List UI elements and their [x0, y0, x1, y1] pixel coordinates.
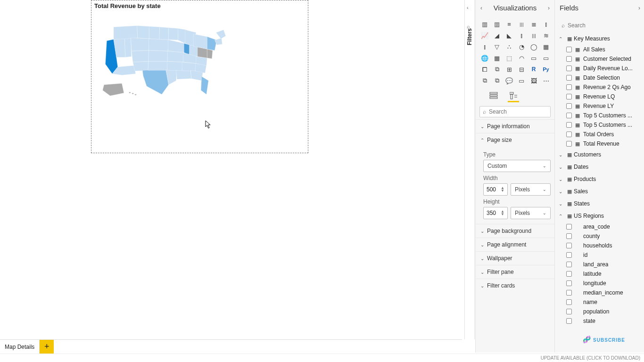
decomposition-icon[interactable]: ⧉: [492, 76, 502, 85]
viz-search[interactable]: ⌕: [479, 106, 551, 117]
field-item[interactable]: ·name: [555, 297, 644, 307]
filters-pane-collapsed[interactable]: ‹ ⌕ Filters: [464, 0, 475, 339]
field-checkbox[interactable]: [566, 66, 572, 71]
field-checkbox[interactable]: [566, 132, 572, 137]
hundred-bar-icon[interactable]: ≣: [528, 19, 539, 29]
width-stepper[interactable]: ▲▼: [501, 187, 504, 192]
wallpaper-header[interactable]: ⌄Wallpaper: [476, 252, 554, 265]
width-input[interactable]: 500 ▲▼: [483, 183, 508, 196]
field-checkbox[interactable]: [566, 309, 572, 314]
field-item[interactable]: ▦Date Selection: [555, 73, 644, 82]
waterfall-icon[interactable]: ⫿: [479, 42, 490, 51]
usa-map[interactable]: [97, 16, 229, 99]
field-checkbox[interactable]: [566, 262, 572, 267]
filled-map-icon[interactable]: ▦: [492, 53, 502, 63]
table-header-us-regions[interactable]: ⌃ ▦ US Regions: [555, 210, 644, 222]
table-header-key-measures[interactable]: ⌃ ▦ Key Measures: [555, 33, 644, 45]
field-item[interactable]: ▦Top 5 Customers ...: [555, 111, 644, 120]
multi-card-icon[interactable]: ▭: [541, 53, 551, 63]
field-checkbox[interactable]: [566, 141, 572, 147]
field-item[interactable]: ▦Top 5 Customers ...: [555, 120, 644, 130]
area-chart-icon[interactable]: ◢: [492, 31, 502, 40]
more-visuals-icon[interactable]: ⋯: [541, 76, 551, 85]
fields-search[interactable]: ⌕: [559, 20, 641, 31]
line-clustered-icon[interactable]: ⫼: [528, 31, 539, 40]
field-item[interactable]: ▦Revenue LQ: [555, 92, 644, 101]
field-item[interactable]: ▦All Sales: [555, 45, 644, 54]
qa-icon[interactable]: 💬: [504, 76, 514, 85]
filter-pane-header[interactable]: ⌄Filter pane: [476, 265, 554, 279]
field-checkbox[interactable]: [566, 299, 572, 305]
field-checkbox[interactable]: [566, 224, 572, 230]
python-visual-icon[interactable]: Py: [541, 65, 551, 74]
format-tab-icon[interactable]: [508, 90, 519, 101]
page-alignment-header[interactable]: ⌄Page alignment: [476, 238, 554, 251]
field-item[interactable]: ·population: [555, 307, 644, 316]
table-header[interactable]: ⌄▦Dates: [555, 161, 644, 173]
clustered-column-icon[interactable]: ⫼: [516, 19, 527, 29]
field-item[interactable]: ·id: [555, 250, 644, 260]
map-visual-frame[interactable]: Total Revenue by state: [91, 0, 308, 153]
kpi-icon[interactable]: ⧠: [479, 65, 490, 74]
field-item[interactable]: ▦Total Revenue: [555, 139, 644, 148]
table-header[interactable]: ⌄▦Customers: [555, 148, 644, 161]
treemap-icon[interactable]: ▦: [541, 42, 551, 51]
paginated-icon[interactable]: ▭: [516, 76, 527, 85]
table-header[interactable]: ⌄▦Products: [555, 173, 644, 185]
collapse-viz-icon[interactable]: ‹: [480, 5, 482, 11]
donut-icon[interactable]: ◯: [528, 42, 539, 51]
field-checkbox[interactable]: [566, 122, 572, 128]
viz-search-input[interactable]: [489, 108, 560, 115]
field-item[interactable]: ·longitude: [555, 279, 644, 288]
field-checkbox[interactable]: [566, 280, 572, 286]
field-item[interactable]: ▦Revenue 2 Qs Ago: [555, 82, 644, 92]
page-background-header[interactable]: ⌄Page background: [476, 224, 554, 238]
height-stepper[interactable]: ▲▼: [501, 210, 504, 216]
field-checkbox[interactable]: [566, 243, 572, 248]
field-item[interactable]: ·area_code: [555, 222, 644, 231]
gauge-icon[interactable]: ◠: [516, 53, 527, 63]
stacked-bar-icon[interactable]: ▥: [479, 19, 490, 29]
field-item[interactable]: ·median_income: [555, 288, 644, 297]
field-checkbox[interactable]: [566, 113, 572, 118]
key-influencers-icon[interactable]: ⧉: [479, 76, 490, 85]
update-available-link[interactable]: UPDATE AVAILABLE (CLICK TO DOWNLOAD): [541, 355, 640, 361]
expand-viz-icon[interactable]: ›: [548, 5, 550, 11]
map-icon[interactable]: 🌐: [479, 53, 490, 63]
clustered-bar-icon[interactable]: ≡: [504, 19, 514, 29]
field-checkbox[interactable]: [566, 252, 572, 258]
page-size-header[interactable]: ⌃ Page size: [476, 133, 554, 147]
field-checkbox[interactable]: [566, 75, 572, 81]
shape-map-icon[interactable]: ⬚: [504, 53, 514, 63]
field-checkbox[interactable]: [566, 103, 572, 109]
pie-icon[interactable]: ◔: [516, 42, 527, 51]
field-checkbox[interactable]: [566, 94, 572, 99]
stacked-column-icon[interactable]: ▥: [492, 19, 502, 29]
field-checkbox[interactable]: [566, 290, 572, 296]
card-icon[interactable]: ▭: [528, 53, 539, 63]
add-page-button[interactable]: +: [40, 340, 54, 354]
fields-search-input[interactable]: [568, 22, 638, 29]
scatter-icon[interactable]: ∴: [504, 42, 514, 51]
funnel-icon[interactable]: ▽: [492, 42, 502, 51]
line-chart-icon[interactable]: 📈: [479, 31, 490, 40]
stacked-area-icon[interactable]: ◣: [504, 31, 514, 40]
report-canvas[interactable]: Total Revenue by state: [0, 0, 462, 339]
field-item[interactable]: ▦Customer Selected: [555, 54, 644, 64]
table-header[interactable]: ⌄▦States: [555, 197, 644, 210]
field-item[interactable]: ▦Revenue LY: [555, 101, 644, 111]
page-information-header[interactable]: ⌄ Page information: [476, 120, 554, 133]
expand-filters-icon[interactable]: ‹: [467, 5, 469, 10]
matrix-icon[interactable]: ⊟: [516, 65, 527, 74]
hundred-column-icon[interactable]: ⫿: [541, 19, 551, 29]
slicer-icon[interactable]: ⧉: [492, 65, 502, 74]
ribbon-icon[interactable]: ≋: [541, 31, 551, 40]
field-item[interactable]: ▦Daily Revenue Lo...: [555, 64, 644, 73]
arcgis-icon[interactable]: 🖼: [528, 76, 539, 85]
field-checkbox[interactable]: [566, 271, 572, 277]
field-item[interactable]: ·state: [555, 316, 644, 326]
field-item[interactable]: ·households: [555, 241, 644, 250]
expand-fields-icon[interactable]: ›: [638, 5, 640, 11]
table-icon[interactable]: ⊞: [504, 65, 514, 74]
filter-cards-header[interactable]: ⌄Filter cards: [476, 279, 554, 292]
